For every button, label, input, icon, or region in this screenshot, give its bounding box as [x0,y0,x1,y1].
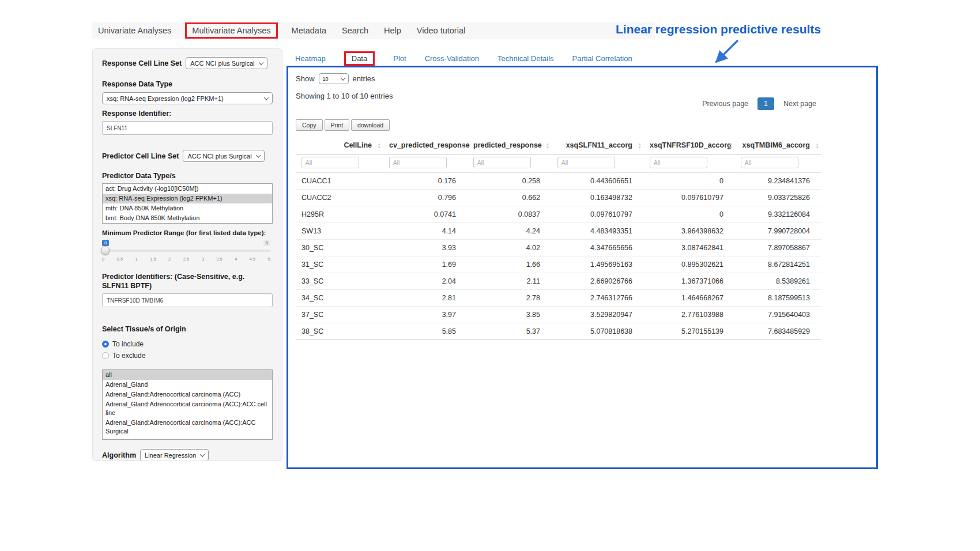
slider-track[interactable] [102,250,270,252]
value-cell: 0.662 [468,190,552,206]
predictor-cell-line-set-select[interactable]: ACC NCI plus Surgical [183,150,264,162]
radio-to-exclude[interactable]: To exclude [102,350,273,361]
slider-tick-label: 5 [268,256,270,262]
entries-count-select[interactable]: 10 [319,73,349,84]
column-filter-input[interactable] [301,157,359,168]
show-entries-row: Show 10 entries [296,73,869,84]
value-cell: 8.187599513 [735,290,821,307]
export-button[interactable]: download [351,119,390,131]
nav-item[interactable]: Metadata [292,26,326,35]
value-cell: 4.347665656 [552,240,644,256]
column-header[interactable]: predicted_response [468,137,552,154]
table-row: 31_SC 1.69 1.66 1.495695163 0.895302621 … [296,256,821,273]
value-cell: 9.332126084 [735,206,821,223]
column-header[interactable]: cv_predicted_response [383,137,468,154]
min-range-slider[interactable]: 0 5 0 0.5 1 1.5 2 2.5 3 3.5 [102,240,270,267]
sort-icon[interactable] [729,142,733,149]
nav-item[interactable]: Video tutorial [417,26,465,35]
value-cell: 2.78 [468,290,552,307]
value-cell: 1.495695163 [552,256,644,273]
export-button[interactable]: Copy [296,119,323,131]
next-page-button[interactable]: Next page [781,97,819,110]
value-cell: 4.02 [468,240,552,256]
listbox-option[interactable]: xsq: RNA-seq Expression (log2 FPKM+1) [103,194,272,203]
sort-icon[interactable] [816,142,819,149]
listbox-option[interactable]: Adrenal_Gland:Adrenocortical carcinoma (… [103,418,272,436]
slider-tick-label: 1.5 [150,256,156,262]
value-cell: 3.85 [468,307,552,323]
nav-item[interactable]: Search [342,26,368,35]
column-header[interactable]: xsqTNFRSF10D_accorg [644,137,735,154]
listbox-option[interactable]: Adrenal_Gland:Adrenocortical carcinoma (… [103,390,272,399]
listbox-option[interactable]: Adrenal_Gland:Adrenocortical carcinoma (… [103,399,272,418]
column-filter-input[interactable] [389,157,447,168]
slider-tick-label: 3 [202,256,204,262]
previous-page-button[interactable]: Previous page [700,97,751,110]
response-data-type-select[interactable]: xsq: RNA-seq Expression (log2 FPKM+1) [102,92,273,104]
export-button[interactable]: Print [325,119,350,131]
table-row: H295R 0.0741 0.0837 0.097610797 0 9.3321… [296,206,821,223]
pagination: Previous page 1 Next page [700,97,819,110]
value-cell: 1.464668267 [644,290,735,307]
response-data-type-label: Response Data Type [102,80,273,89]
column-header-label: CellLine [344,141,372,149]
listbox-option[interactable]: Adrenal_Gland [103,380,272,390]
result-tab[interactable]: Plot [393,54,406,63]
cellline-cell: CUACC1 [296,173,383,190]
result-tab[interactable]: Heatmap [295,54,326,63]
column-header[interactable]: xsqTMBIM6_accorg [735,137,821,154]
algorithm-select[interactable]: Linear Regression [140,449,209,461]
nav-item[interactable]: Help [384,26,401,35]
sort-icon[interactable] [378,142,381,149]
slider-handle[interactable] [101,246,110,255]
response-cell-line-set-value: ACC NCI plus Surgical [190,60,254,67]
column-filter-input[interactable] [650,157,707,168]
cellline-cell: 38_SC [296,323,383,340]
result-tab[interactable]: Partial Correlation [572,54,632,63]
top-nav: Univariate Analyses Multivariate Analyse… [92,22,655,39]
column-filter-cell [383,154,468,173]
predictor-data-types-listbox: act: Drug Activity (-log10[IC50M]) xsq: … [102,183,273,224]
value-cell: 1.367371066 [644,273,735,290]
table-row: CUACC1 0.176 0.258 0.443606651 0 9.23484… [296,173,821,190]
column-header[interactable]: CellLine [296,137,383,154]
algorithm-label: Algorithm [102,451,136,460]
value-cell: 3.97 [383,307,468,323]
min-predictor-range-label: Minimum Predictor Range (for first liste… [102,228,273,237]
value-cell: 1.66 [468,256,552,273]
tissue-origin-label: Select Tissue/s of Origin [102,324,273,334]
listbox-option[interactable]: act: Drug Activity (-log10[IC50M]) [103,184,272,194]
result-tab[interactable]: Cross-Validation [425,54,479,63]
predictor-cell-line-set-value: ACC NCI plus Surgical [187,153,251,160]
column-header[interactable]: xsqSLFN11_accorg [552,137,644,154]
listbox-option[interactable]: mth: DNA 850K Methylation [103,203,272,213]
column-filter-input[interactable] [557,157,615,168]
nav-item[interactable]: Univariate Analyses [98,26,171,35]
column-filter-input[interactable] [741,157,798,168]
radio-icon [102,352,109,359]
predictor-cell-line-set-label: Predictor Cell Line Set [102,152,179,161]
listbox-option[interactable]: bmt: Body DNA 850K Methylation [103,213,272,223]
sort-icon[interactable] [638,142,642,149]
nav-item[interactable]: Multivariate Analyses [185,22,277,39]
predictor-identifiers-input[interactable] [102,293,273,307]
column-filter-input[interactable] [473,157,531,168]
value-cell: 2.81 [383,290,468,307]
annotation-title: Linear regression predictive results [616,22,821,36]
sort-icon[interactable] [546,142,549,149]
cellline-cell: SW13 [296,223,383,240]
sort-icon[interactable] [462,142,465,149]
cellline-cell: H295R [296,206,383,223]
result-tabs: Heatmap Data Plot Cross-Validation Techn… [295,51,632,66]
response-cell-line-set-select[interactable]: ACC NCI plus Surgical [186,57,267,69]
result-tab[interactable]: Technical Details [497,54,554,63]
cellline-cell: 37_SC [296,307,383,323]
current-page-button[interactable]: 1 [757,97,774,110]
slider-tick-label: 0.5 [117,256,123,262]
radio-to-include[interactable]: To include [102,338,273,350]
response-identifier-input[interactable] [102,121,273,135]
result-tab[interactable]: Data [344,51,375,66]
cellline-cell: 30_SC [296,240,383,256]
slider-tick-label: 4 [235,256,237,262]
listbox-option[interactable]: all [103,370,272,380]
